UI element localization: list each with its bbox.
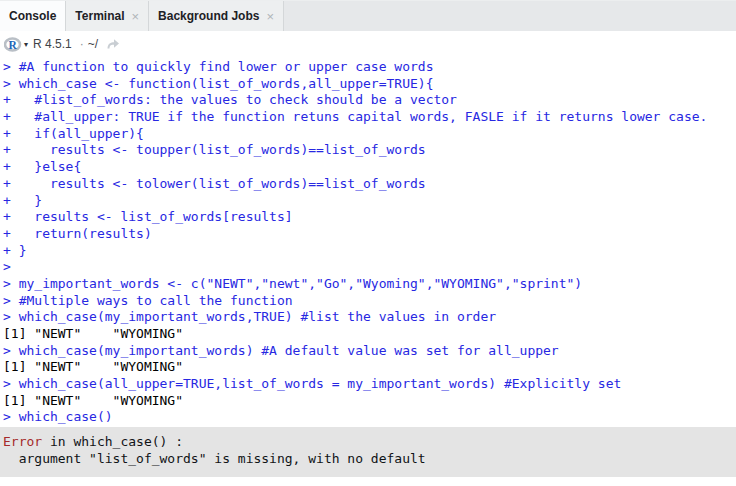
console-line: [1] "NEWT" "WYOMING" <box>0 393 736 410</box>
chevron-down-icon: ▾ <box>24 40 28 49</box>
console-line: > which_case(my_important_words,TRUE) #l… <box>0 309 736 326</box>
console-line: > which_case() <box>0 409 736 426</box>
console-line: > <box>0 259 736 276</box>
tab-label: Console <box>9 9 56 23</box>
console-line: + #list_of_words: the values to check sh… <box>0 92 736 109</box>
console-line: + results <- list_of_words[results] <box>0 209 736 226</box>
console-line: > which_case(all_upper=TRUE,list_of_word… <box>0 376 736 393</box>
r-version-menu-button[interactable]: R ▾ <box>4 37 33 52</box>
console-toolbar: R ▾ R 4.5.1 · ~/ <box>0 31 736 57</box>
error-line-1: Error in which_case() : <box>3 434 733 451</box>
tab-label: Terminal <box>75 9 124 23</box>
tab-terminal[interactable]: Terminal × <box>66 1 149 31</box>
console-line: + results <- toupper(list_of_words)==lis… <box>0 142 736 159</box>
console-lines: > #A function to quickly find lower or u… <box>0 59 736 426</box>
svg-text:R: R <box>9 39 18 51</box>
console-line: + }else{ <box>0 159 736 176</box>
close-icon[interactable]: × <box>131 10 139 23</box>
console-line: + return(results) <box>0 226 736 243</box>
tab-console[interactable]: Console <box>0 1 66 31</box>
error-rest: in which_case() : <box>42 434 183 449</box>
tabbar-filler <box>284 1 736 31</box>
console-output[interactable]: > #A function to quickly find lower or u… <box>0 57 736 477</box>
console-line: + } <box>0 193 736 210</box>
console-line: + } <box>0 243 736 260</box>
console-line: > #A function to quickly find lower or u… <box>0 59 736 76</box>
error-line-2: argument "list_of_words" is missing, wit… <box>3 451 733 468</box>
close-icon[interactable]: × <box>266 10 274 23</box>
console-line: > #Multiple ways to call the function <box>0 293 736 310</box>
tab-background-jobs[interactable]: Background Jobs × <box>149 1 284 31</box>
tab-label: Background Jobs <box>158 9 259 23</box>
console-line: + #all_upper: TRUE if the function retun… <box>0 109 736 126</box>
r-version-label: R 4.5.1 <box>33 37 72 51</box>
error-message: Error in which_case() : argument "list_o… <box>0 427 736 476</box>
console-line: [1] "NEWT" "WYOMING" <box>0 326 736 343</box>
console-line: + results <- tolower(list_of_words)==lis… <box>0 176 736 193</box>
error-prefix: Error <box>3 434 42 449</box>
console-line: [1] "NEWT" "WYOMING" <box>0 359 736 376</box>
toolbar-separator: · <box>80 37 84 51</box>
r-logo-icon: R <box>4 37 22 52</box>
tab-bar: Console Terminal × Background Jobs × <box>0 1 736 31</box>
rstudio-console-pane: Console Terminal × Background Jobs × R ▾… <box>0 0 736 486</box>
console-line: + if(all_upper){ <box>0 126 736 143</box>
console-line: > my_important_words <- c("NEWT","newt",… <box>0 276 736 293</box>
go-to-directory-icon[interactable] <box>106 38 120 50</box>
console-line: > which_case <- function(list_of_words,a… <box>0 76 736 93</box>
console-line: > which_case(my_important_words) #A defa… <box>0 343 736 360</box>
working-directory-label[interactable]: ~/ <box>88 37 98 51</box>
